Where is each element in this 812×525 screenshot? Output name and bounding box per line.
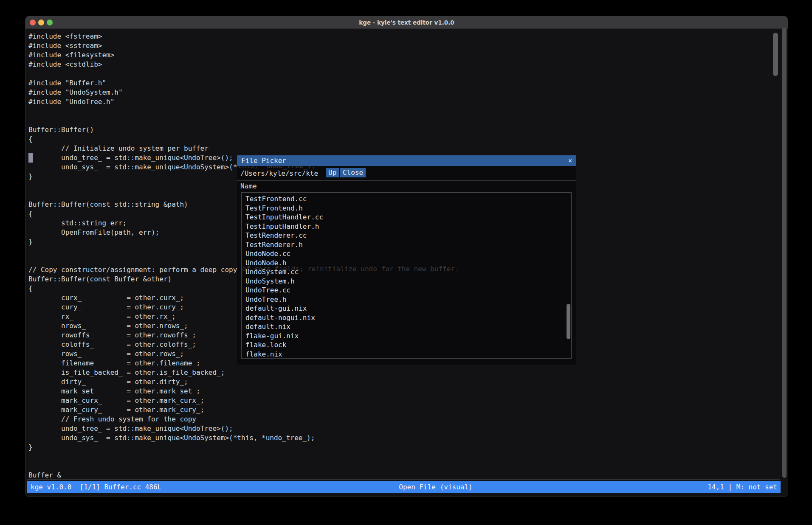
code-line [28,116,458,125]
file-list-item[interactable]: TestFrontend.cc [242,194,571,204]
dialog-close-icon[interactable]: ✕ [568,155,572,166]
file-list-item[interactable]: TestInputHandler.h [242,222,571,231]
status-left: kge v1.0.0 [1/1] Buffer.cc 486L [31,481,161,493]
code-line: mark_cury_ = other.mark_cury_; [28,405,458,415]
scrollbar-rail[interactable] [782,28,787,478]
code-line [28,452,458,461]
file-list-item[interactable]: TestRenderer.h [242,240,571,250]
file-list[interactable]: TestFrontend.ccTestFrontend.hTestInputHa… [241,192,572,359]
code-line: undo_tree_ = std::make_unique<UndoTree>(… [28,424,458,433]
statusbar-separator [27,479,780,480]
file-list-item[interactable]: TestFrontend.h [242,204,571,213]
code-line: undo_sys_ = std::make_unique<UndoSystem>… [28,433,458,443]
window-title: kge - kyle's text editor v1.0.0 [25,19,788,26]
code-line: Buffer & [28,471,458,480]
code-line: dirty_ = other.dirty_; [28,377,458,387]
code-line: #include <sstream> [28,41,458,51]
code-line: } [28,443,458,452]
file-list-item[interactable]: flake.lock [242,340,571,350]
file-list-item[interactable]: UndoNode.cc [242,249,571,258]
file-list-item[interactable]: default.nix [242,322,571,331]
file-list-item[interactable]: UndoTree.cc [242,286,571,295]
close-button[interactable]: Close [340,168,366,177]
text-cursor [28,153,33,163]
code-line: #include <fstream> [28,32,458,41]
code-line: // Initialize undo system per buffer [28,144,458,153]
file-list-item[interactable]: flake.nix [242,350,571,359]
code-line [28,461,458,471]
code-line: #include <cstdlib> [28,60,458,69]
code-line [28,107,458,116]
file-list-item[interactable]: UndoNode.h [242,258,571,268]
code-line: #include "Buffer.h" [28,79,458,88]
code-line: #include "UndoTree.h" [28,97,458,107]
name-column-header: Name [240,182,257,190]
app-window: kge - kyle's text editor v1.0.0 #include… [25,16,788,497]
file-list-item[interactable]: default-nogui.nix [242,313,571,323]
file-list-item[interactable]: TestRenderer.cc [242,231,571,240]
status-mode: Open File (visual) [399,481,472,493]
code-line: mark_set_ = other.mark_set_; [28,387,458,396]
status-cursor-position: 14,1 | M: not set [708,481,777,493]
file-list-item[interactable]: flake-gui.nix [242,331,571,341]
code-line: Buffer::Buffer() [28,125,458,135]
title-bar: kge - kyle's text editor v1.0.0 [25,16,788,29]
code-line: { [28,135,458,144]
file-list-item[interactable]: UndoSystem.cc [242,267,571,277]
dialog-separator [237,180,576,181]
file-list-item[interactable]: UndoTree.h [242,295,571,304]
code-line: mark_curx_ = other.mark_curx_; [28,396,458,405]
status-bar: kge v1.0.0 [1/1] Buffer.cc 486L Open Fil… [27,481,781,493]
dialog-title: File Picker [241,155,286,166]
code-line: is_file_backed_ = other.is_file_backed_; [28,368,458,377]
code-line: // Fresh undo system for the copy [28,415,458,424]
dialog-header[interactable]: File Picker ✕ [237,155,576,166]
scrollbar-thumb[interactable] [773,33,778,76]
file-picker-dialog: this, *undo_tree_); of core fields; rein… [237,155,576,365]
file-list-scrollbar-thumb[interactable] [567,304,570,339]
file-list-item[interactable]: default-gui.nix [242,304,571,313]
file-list-item[interactable]: TestInputHandler.cc [242,213,571,222]
code-line [28,69,458,79]
current-path: /Users/kyle/src/kte [240,169,318,178]
file-list-item[interactable]: UndoSystem.h [242,277,571,286]
up-button[interactable]: Up [326,168,339,177]
code-line: #include <filesystem> [28,51,458,60]
code-line: #include "UndoSystem.h" [28,88,458,97]
